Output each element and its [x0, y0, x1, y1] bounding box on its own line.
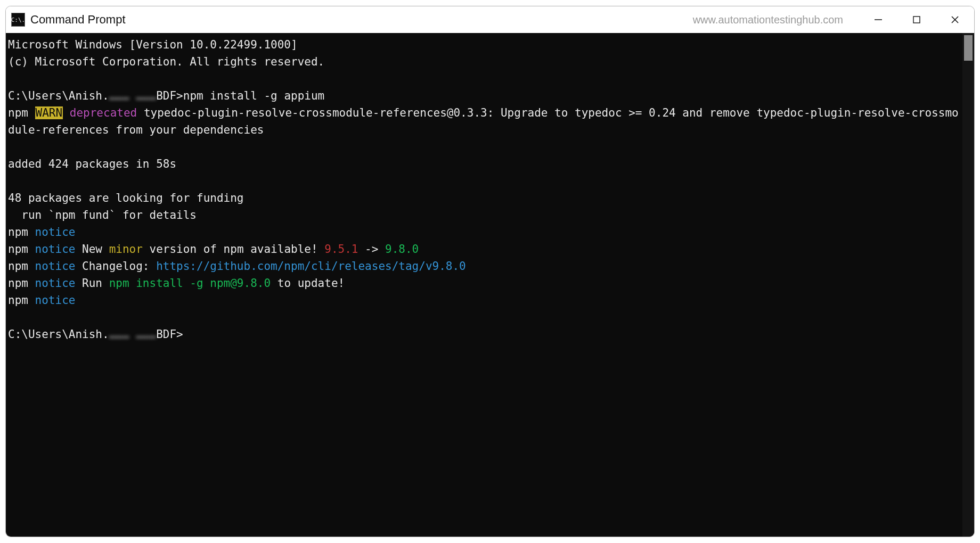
run-cmd: npm install -g npm@9.8.0 — [109, 277, 271, 290]
new-version: 9.8.0 — [385, 243, 419, 256]
banner-line: (c) Microsoft Corporation. All rights re… — [8, 55, 324, 68]
command-prompt-window: C:\. Command Prompt www.automationtestin… — [5, 6, 975, 537]
scrollbar-thumb[interactable] — [964, 35, 973, 61]
terminal-output[interactable]: Microsoft Windows [Version 10.0.22499.10… — [6, 33, 962, 537]
notice-label: notice — [35, 294, 76, 307]
warn-message: typedoc-plugin-resolve-crossmodule-refer… — [8, 106, 959, 136]
prompt-path: C:\Users\Anish. — [8, 328, 109, 341]
notice-arrow: -> — [358, 243, 385, 256]
minimize-button[interactable] — [859, 6, 897, 33]
run-post: to update! — [271, 277, 345, 290]
old-version: 9.5.1 — [324, 243, 358, 256]
minimize-icon — [873, 15, 883, 24]
notice-minor: minor — [109, 243, 143, 256]
notice-text: version of npm available! — [143, 243, 324, 256]
added-line: added 424 packages in 58s — [8, 158, 176, 170]
npm-label: npm — [8, 226, 35, 238]
notice-label: notice — [35, 277, 76, 290]
window-title: Command Prompt — [30, 13, 126, 27]
prompt-path: C:\Users\Anish. — [8, 89, 109, 102]
notice-label: notice — [35, 260, 76, 273]
deprecated-label: deprecated — [63, 106, 137, 119]
npm-label: npm — [8, 294, 35, 307]
prompt-redacted: ……… ……… — [109, 89, 157, 102]
funding-line: run `npm fund` for details — [8, 209, 197, 221]
cmd-icon: C:\. — [11, 13, 25, 27]
npm-label: npm — [8, 106, 35, 119]
run-pre: Run — [75, 277, 109, 290]
maximize-button[interactable] — [897, 6, 936, 33]
warn-badge: WARN — [35, 106, 63, 119]
maximize-icon — [912, 15, 921, 24]
prompt-redacted: ……… ……… — [109, 328, 157, 341]
close-button[interactable] — [936, 6, 974, 33]
npm-label: npm — [8, 277, 35, 290]
notice-label: notice — [35, 226, 76, 238]
notice-text: New — [75, 243, 109, 256]
scrollbar[interactable] — [962, 33, 974, 537]
typed-command: npm install -g appium — [183, 89, 325, 102]
prompt-suffix: BDF> — [156, 328, 183, 341]
banner-line: Microsoft Windows [Version 10.0.22499.10… — [8, 38, 298, 51]
terminal-area: Microsoft Windows [Version 10.0.22499.10… — [6, 33, 974, 537]
notice-label: notice — [35, 243, 76, 256]
window-controls — [859, 6, 974, 33]
npm-label: npm — [8, 243, 35, 256]
titlebar[interactable]: C:\. Command Prompt www.automationtestin… — [6, 6, 974, 33]
funding-line: 48 packages are looking for funding — [8, 192, 244, 204]
svg-rect-1 — [913, 17, 920, 23]
close-icon — [950, 15, 960, 24]
prompt-suffix: BDF> — [156, 89, 183, 102]
watermark-text: www.automationtestinghub.com — [693, 14, 843, 26]
cmd-icon-label: C:\. — [11, 17, 26, 23]
changelog-pre: Changelog: — [75, 260, 156, 273]
changelog-link: https://github.com/npm/cli/releases/tag/… — [156, 260, 466, 273]
npm-label: npm — [8, 260, 35, 273]
